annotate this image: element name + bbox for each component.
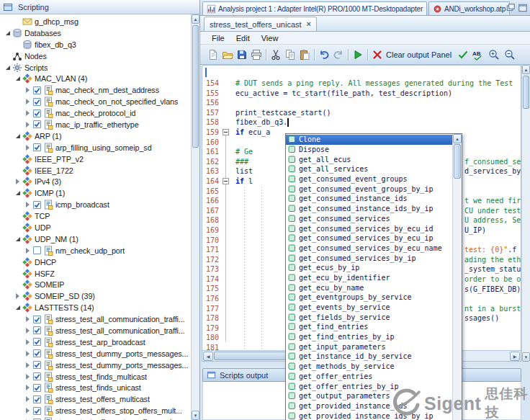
tree-item-stress-test-offers-stop-offers-unic[interactable]: stress_test_offers_stop_offers_unic... [0,416,191,420]
autocomplete-item-get-consumed-services-by-ecu-name[interactable]: get_consumed_services_by_ecu_name [286,243,452,254]
expander-collapsed-icon[interactable] [24,121,32,128]
menu-file[interactable]: File [206,33,230,43]
tree-item-stress-test-all-communication-traffi[interactable]: stress_test_all_communication_traffi... [0,313,191,325]
autocomplete-item-get-all-services[interactable]: get_all_services [286,164,452,174]
autocomplete-item-get-consumed-services-by-ip[interactable]: get_consumed_services_by_ip [286,253,452,263]
script-checkbox[interactable] [33,246,41,254]
expander-expanded-icon[interactable] [14,304,22,311]
redo-button[interactable] [331,48,346,62]
script-checkbox[interactable] [33,372,41,380]
autocomplete-item-get-ecu-by-identifier[interactable]: get_ecu_by_identifier [286,273,452,283]
tree-item-databases[interactable]: Databases [0,27,191,39]
script-checkbox[interactable] [33,396,41,403]
script-checkbox[interactable] [33,98,41,106]
expander-collapsed-icon[interactable] [24,201,32,208]
tree-item-mac-ip-traffic-ethertype[interactable]: mac_ip_traffic_ethertype [0,119,191,130]
tree-item-stress-test-arp-broadcast[interactable]: stress_test_arp_broadcast [0,336,191,348]
tree-item-someip[interactable]: SOMEIP [0,279,191,290]
script-checkbox[interactable] [33,326,41,334]
tree-item-nodes[interactable]: Nodes [0,50,191,62]
autocomplete-item-get-ecus-by-ip[interactable]: get_ecus_by_ip [286,263,452,273]
code-line-156[interactable]: 156 [202,98,521,108]
scroll-down-icon[interactable]: ▼ [192,411,199,420]
script-checkbox[interactable] [33,143,41,151]
new-button[interactable] [206,48,220,62]
autocomplete-item-get-consumed-instance-ids[interactable]: get_consumed_instance_ids [286,194,452,204]
tree-item-lasttests-14[interactable]: LASTTESTS (14) [0,302,191,313]
autocomplete-item-get-consumed-services-by-ecu-id[interactable]: get_consumed_services_by_ecu_id [286,223,452,233]
top-tab-andi-workshop-atp[interactable]: ANDi_workshop.atp [428,1,510,15]
expander-collapsed-icon[interactable] [24,362,32,369]
autocomplete-item-get-instance-id-by-service[interactable]: get_instance_id_by_service [286,352,452,362]
undo-button[interactable] [317,48,331,62]
tab-stress-test-offers-unicast[interactable]: stress_test_offers_unicast × [204,17,317,31]
scroll-down-icon[interactable]: ▼ [522,352,530,362]
cut-button[interactable] [269,48,283,62]
tree-item-stress-test-all-communication-traffi[interactable]: stress_test_all_communication_traffi... [0,325,191,336]
code-line-158[interactable]: 158fibex_db_q3. [202,117,521,128]
expander-expanded-icon[interactable] [14,189,22,197]
script-checkbox[interactable] [33,201,41,209]
expander-collapsed-icon[interactable] [24,144,32,151]
autocomplete-item-get-consumed-event-groups-by-ip[interactable]: get_consumed_event_groups_by_ip [286,184,452,194]
expander-collapsed-icon[interactable] [24,316,32,323]
tree-item-tcp[interactable]: TCP [0,210,191,222]
print-button[interactable] [249,48,264,62]
autocomplete-item-get-consumed-event-groups[interactable]: get_consumed_event_groups [286,174,452,184]
tree-item-stress-test-offers-multicast[interactable]: stress_test_offers_multicast [0,393,191,405]
tree-item-stress-test-finds-multicast[interactable]: stress_test_finds_multicast [0,371,191,383]
script-checkbox[interactable] [33,407,41,415]
save-button[interactable] [235,48,249,62]
script-checkbox[interactable] [33,338,41,346]
zoom-out-button[interactable] [503,48,517,62]
open-button[interactable] [220,48,235,62]
tree-item-ieee-1722[interactable]: IEEE_1722 [0,165,191,177]
autocomplete-item-clone[interactable]: Clone [286,135,452,145]
autocomplete-item-get-eventgroups-by-service[interactable]: get_eventgroups_by_service [286,292,452,303]
tree-item-stress-test-finds-unicast[interactable]: stress_test_finds_unicast [0,383,191,394]
autocomplete-item-get-offer-entries[interactable]: get_offer_entries [286,372,452,382]
tree-item-scripts[interactable]: Scripts [0,62,191,73]
autocomplete-item-get-input-parameters[interactable]: get_input_parameters [286,341,452,352]
script-checkbox[interactable] [33,110,41,117]
tree-item-nm-check-udp-port[interactable]: nm_check_udp_port [0,245,191,256]
code-line-155[interactable]: 155ecu_active = tc_start(file_path, test… [202,89,521,99]
scroll-up-icon[interactable]: ▲ [192,14,199,24]
expander-expanded-icon[interactable] [4,64,12,71]
script-checkbox[interactable] [33,120,41,128]
tree-item-udp[interactable]: UDP [0,222,191,233]
expander-collapsed-icon[interactable] [24,350,32,357]
tree-item-icmp-broadcast[interactable]: icmp_broadcast [0,199,191,210]
copy-button[interactable] [283,48,297,62]
autocomplete-item-get-consumed-services-by-ecu-ip[interactable]: get_consumed_services_by_ecu_ip [286,233,452,243]
expander-expanded-icon[interactable] [4,30,12,37]
tree-item-mac-check-nm-dest-address[interactable]: mac_check_nm_dest_address [0,84,191,96]
tree-item-g-dhcp-msg[interactable]: g_dhcp_msg [0,16,191,27]
expander-collapsed-icon[interactable] [24,86,32,94]
expander-collapsed-icon[interactable] [24,98,32,105]
tree-item-someip-sd-39[interactable]: SOMEIP_SD (39) [0,290,191,302]
script-checkbox[interactable] [33,361,41,369]
code-line-157[interactable]: 157print_testcase_start() [202,108,521,118]
autocomplete-scrollbar[interactable]: ▲ [452,134,462,420]
expander-collapsed-icon[interactable] [24,110,32,117]
vertical-scrollbar[interactable]: ▲ ▼ [521,65,530,362]
tree-item-ipv4-3[interactable]: IPv4 (3) [0,176,191,187]
autocomplete-item-get-consumed-services[interactable]: get_consumed_services [286,214,452,224]
scroll-right-icon[interactable]: ▶ [510,352,520,361]
autocomplete-item-get-events-by-service[interactable]: get_events_by_service [286,303,452,313]
scrollbar-thumb[interactable] [454,144,461,179]
script-checkbox[interactable] [33,86,41,94]
tree-item-mac-check-on-not-specified-vlans[interactable]: mac_check_on_not_specified_vlans [0,96,191,107]
autocomplete-item-get-all-ecus[interactable]: get_all_ecus [286,154,452,164]
autocomplete-item-get-fields-by-service[interactable]: get_fields_by_service [286,312,452,322]
clear-output-panel-label[interactable]: Clear output Panel [386,50,452,59]
tree-scrollbar[interactable]: ▲ ▼ [191,14,199,420]
expander-expanded-icon[interactable] [14,236,22,243]
autocomplete-item-get-ecu-by-name[interactable]: get_ecu_by_name [286,282,452,292]
autocomplete-item-get-methods-by-service[interactable]: get_methods_by_service [286,362,452,372]
expander-collapsed-icon[interactable] [24,396,32,403]
fold-collapse-icon[interactable] [223,129,229,135]
fold-collapse-icon[interactable] [223,178,229,184]
tree-item-ieee-ptp-v2[interactable]: IEEE_PTP_v2 [0,153,191,165]
